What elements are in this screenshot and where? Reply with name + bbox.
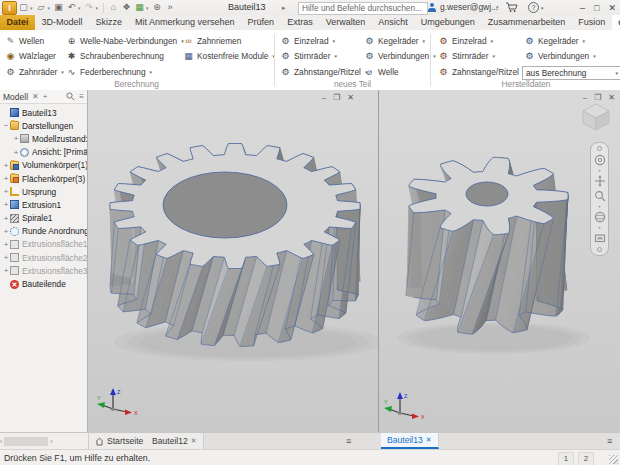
ribbon-button-kostenfreie-module[interactable]: ▦ Kostenfreie Module ▾	[181, 49, 277, 65]
tab-startseite[interactable]: Startseite	[89, 433, 150, 449]
tab-verwalten[interactable]: Verwalten	[319, 15, 372, 30]
dropdown-arrow-icon[interactable]: ▾	[492, 53, 495, 59]
pan-icon[interactable]	[594, 175, 606, 187]
tree-item-flaechenkoerper[interactable]: + Flächenkörper(3)	[0, 172, 87, 185]
scrollbar-thumb[interactable]	[4, 437, 48, 446]
tree-item-extrusionsflaeche2[interactable]: + Extrusionsfläche2	[0, 251, 87, 264]
settings-wheel-icon[interactable]: ⊛	[153, 0, 162, 15]
tree-expander[interactable]: −	[2, 121, 10, 130]
minimize-button[interactable]: –	[580, 3, 585, 13]
resize-grip[interactable]	[609, 455, 618, 464]
tree-expander[interactable]: +	[2, 214, 10, 223]
tree-item-bauteilende[interactable]: ✕ Bauteilende	[0, 277, 87, 290]
tab-skizze[interactable]: Skizze	[89, 15, 129, 30]
gear-model-large[interactable]	[88, 90, 378, 432]
store-cart-icon[interactable]	[505, 1, 518, 13]
search-icon[interactable]	[66, 92, 75, 101]
close-button[interactable]: ✕	[608, 3, 616, 13]
tab-zusammenarbeiten[interactable]: Zusammenarbeiten	[481, 15, 572, 30]
tree-expander[interactable]: +	[2, 266, 10, 275]
viewport-count-2-button[interactable]: 2	[578, 452, 594, 465]
ribbon-button-welle-neu[interactable]: ⌀ Welle	[362, 64, 438, 80]
tree-expander[interactable]: +	[2, 253, 10, 262]
viewport-window-right[interactable]: – ❐ ✕ ▾ ▾ ▾	[379, 90, 620, 432]
tree-expander[interactable]: +	[12, 148, 20, 157]
tree-expander[interactable]: +	[2, 161, 10, 170]
chevron-down-icon[interactable]: ▾	[598, 169, 600, 172]
ipart-table-icon[interactable]: ▦	[135, 0, 144, 15]
ribbon-button-einzelrad-neu[interactable]: ⚙ Einzelrad ▾	[278, 33, 369, 49]
account-label[interactable]: g.weser@gwj...	[440, 0, 498, 15]
close-icon[interactable]: ✕	[426, 436, 432, 444]
dropdown-arrow-icon[interactable]: ▾	[491, 38, 494, 44]
document-switch-arrow-icon[interactable]: ▸	[282, 0, 286, 15]
dropdown-arrow-icon[interactable]: ▾	[593, 53, 596, 59]
ribbon-button-stirnraeder-herstell[interactable]: ⚙ Stirnräder ▾	[436, 49, 527, 65]
tab-fusion[interactable]: Fusion	[572, 15, 612, 30]
viewport-count-1-button[interactable]: 1	[558, 452, 574, 465]
tree-item-darstellungen[interactable]: − Darstellungen	[0, 119, 87, 132]
dropdown-arrow-icon[interactable]: ▾	[583, 38, 586, 44]
navbar-handle-icon[interactable]	[597, 247, 602, 252]
orbit-icon[interactable]	[594, 211, 606, 223]
maximize-button[interactable]: □	[594, 3, 599, 13]
ribbon-button-kegelraeder-herstell[interactable]: ⚙ Kegelräder ▾	[522, 33, 620, 49]
close-icon[interactable]: ✕	[191, 437, 197, 445]
open-file-icon[interactable]: ▱	[37, 0, 46, 15]
tree-item-runde-anordnung1[interactable]: + Runde Anordnung1	[0, 225, 87, 238]
ribbon-button-kegelraeder-neu[interactable]: ⚙ Kegelräder ▾	[362, 33, 438, 49]
tab-mit-anmerkung-versehen[interactable]: Mit Anmerkung versehen	[129, 15, 242, 30]
navigation-wheel-icon[interactable]	[594, 154, 606, 166]
chevron-down-icon[interactable]: ▾	[48, 5, 51, 11]
close-button[interactable]: ✕	[347, 93, 354, 102]
tree-expander[interactable]: +	[2, 240, 10, 249]
ribbon-button-welle-nabe-verbindungen[interactable]: ⊕ Welle-Nabe-Verbindungen ▾	[64, 33, 186, 49]
restore-button[interactable]: ❐	[333, 93, 340, 102]
chevron-down-icon[interactable]: ▾	[541, 5, 544, 11]
chevron-down-icon[interactable]: ▾	[96, 5, 99, 11]
ribbon-button-wellen[interactable]: ✎ Wellen	[3, 33, 66, 49]
user-avatar-icon[interactable]	[427, 3, 436, 12]
tab-overflow-menu-icon[interactable]: ≡	[607, 433, 612, 449]
tree-expander[interactable]: +	[2, 174, 10, 183]
tree-item-volumenkoerper[interactable]: + Volumenkörper(1)	[0, 159, 87, 172]
ribbon-button-zahnstange-ritzel-herstell[interactable]: ⚙ Zahnstange/Ritzel ▾	[436, 64, 527, 80]
minimize-button[interactable]: –	[322, 93, 326, 102]
dropdown-arrow-icon[interactable]: ▾	[334, 53, 337, 59]
browser-tab-label[interactable]: Modell	[3, 92, 28, 102]
tree-item-modellzustand[interactable]: + Modellzustand: [	[0, 132, 87, 145]
chevron-down-icon[interactable]: ▾	[30, 5, 33, 11]
chevron-down-icon[interactable]: ▾	[78, 5, 81, 11]
source-dropdown[interactable]: aus Berechnung ▾	[522, 66, 620, 80]
tree-expander[interactable]: +	[2, 187, 10, 196]
ribbon-button-schraubenberechnung[interactable]: ✱ Schraubenberechnung	[64, 49, 186, 65]
look-at-face-icon[interactable]	[594, 232, 606, 244]
tab-bauteil13[interactable]: Bauteil13 ✕	[381, 433, 439, 449]
tree-expander[interactable]: +	[2, 227, 10, 236]
ribbon-button-zahnriemen[interactable]: ∞ Zahnriemen	[181, 33, 277, 49]
gear-model-small[interactable]	[379, 90, 620, 432]
ribbon-button-einzelrad-herstell[interactable]: ⚙ Einzelrad ▾	[436, 33, 527, 49]
restore-button[interactable]: ❐	[594, 93, 601, 102]
redo-icon[interactable]: ↷	[85, 0, 94, 15]
ribbon-button-zahnraeder[interactable]: ⚙ Zahnräder ▾	[3, 64, 66, 80]
scroll-left-icon[interactable]: ‹	[0, 438, 2, 445]
minimize-button[interactable]: –	[583, 93, 587, 102]
tab-pruefen[interactable]: Prüfen	[241, 15, 281, 30]
help-search-input[interactable]	[298, 2, 428, 15]
dropdown-arrow-icon[interactable]: ▾	[150, 69, 153, 75]
chevron-down-icon[interactable]: ▾	[598, 205, 600, 208]
ribbon-button-federberechnung[interactable]: ∿ Federberechnung ▾	[64, 64, 186, 80]
tab-overflow-menu-icon[interactable]: ≡	[346, 433, 351, 449]
tab-datei[interactable]: Datei	[0, 15, 35, 30]
ribbon-button-verbindungen-herstell[interactable]: ⚙ Verbindungen ▾	[522, 49, 620, 65]
tab-umgebungen[interactable]: Umgebungen	[414, 15, 481, 30]
undo-icon[interactable]: ↶	[67, 0, 76, 15]
new-file-icon[interactable]: ▢	[19, 0, 28, 15]
tree-item-extrusionsflaeche1[interactable]: + Extrusionsfläche1	[0, 238, 87, 251]
toolbar-overflow-icon[interactable]: »	[166, 0, 175, 15]
scroll-right-icon[interactable]: ›	[50, 438, 52, 445]
app-button[interactable]: I	[2, 1, 17, 15]
tree-expander[interactable]: +	[2, 200, 10, 209]
tab-bauteil12[interactable]: Bauteil12 ✕	[146, 433, 204, 449]
